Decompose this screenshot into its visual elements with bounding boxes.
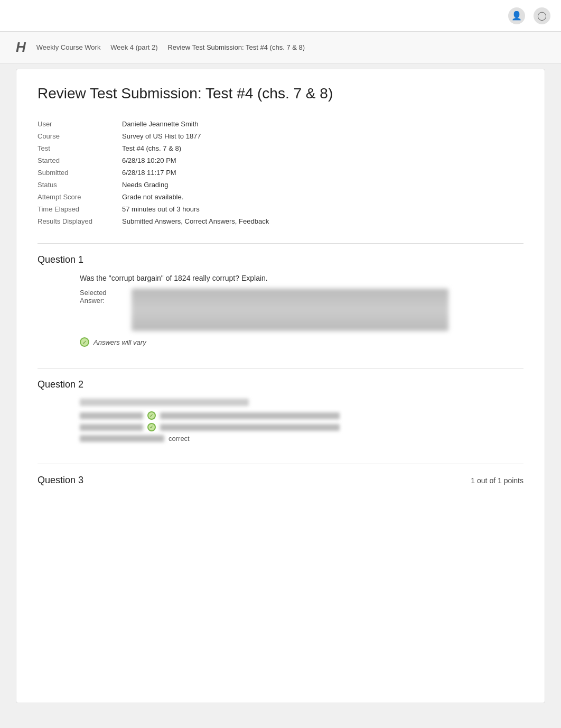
q2-blurred-label-1 [80,412,143,419]
q2-blurred-value-1 [160,412,340,419]
info-row-started: Started 6/28/18 10:20 PM [38,154,523,167]
info-row-course: Course Survey of US Hist to 1877 [38,130,523,142]
test-value: Test #4 (chs. 7 & 8) [122,144,181,152]
question-2-body: ✓ ✓ correct [38,399,523,443]
question-1-correct-row: ✓ Answers will vary [80,337,523,347]
submitted-label: Submitted [38,169,122,177]
test-label: Test [38,144,122,152]
question-1-body: Was the "corrupt bargain" of 1824 really… [38,274,523,347]
info-row-status: Status Needs Grading [38,179,523,191]
user-value: Danielle Jeannette Smith [122,120,199,128]
status-value: Needs Grading [122,181,168,189]
results-label: Results Displayed [38,217,122,225]
attempt-value: Grade not available. [122,193,183,201]
q2-icon-1: ✓ [147,411,156,420]
question-1-title: Question 1 [38,254,83,265]
started-value: 6/28/18 10:20 PM [122,156,176,164]
breadcrumb: H Weekly Course Work Week 4 (part 2) Rev… [0,32,561,63]
question-2-section: Question 2 ✓ ✓ correct [38,379,523,443]
status-label: Status [38,181,122,189]
question-1-text: Was the "corrupt bargain" of 1824 really… [80,274,523,282]
results-value: Submitted Answers, Correct Answers, Feed… [122,217,269,225]
person-icon[interactable]: 👤 [508,7,525,24]
submission-info-table: User Danielle Jeannette Smith Course Sur… [38,118,523,227]
q2-correct-badge: correct [169,435,190,443]
started-label: Started [38,156,122,164]
main-content: Review Test Submission: Test #4 (chs. 7 … [16,69,545,703]
question-1-section: Question 1 Was the "corrupt bargain" of … [38,254,523,347]
attempt-label: Attempt Score [38,193,122,201]
page-title: Review Test Submission: Test #4 (chs. 7 … [38,85,523,102]
q2-blurred-label-2 [80,424,143,431]
q2-blurred-value-2 [160,424,340,431]
question-3-section: Question 3 1 out of 1 points [38,475,523,486]
submitted-value: 6/28/18 11:17 PM [122,169,176,177]
bell-icon[interactable]: ◯ [534,7,550,24]
home-icon[interactable]: H [16,39,26,56]
elapsed-label: Time Elapsed [38,205,122,213]
breadcrumb-sep-2 [160,43,166,51]
user-label: User [38,120,122,128]
course-value: Survey of US Hist to 1877 [122,132,201,140]
info-row-attempt: Attempt Score Grade not available. [38,191,523,203]
question-3-title: Question 3 [38,475,83,486]
course-label: Course [38,132,122,140]
answer-blurred-text [132,289,448,331]
info-row-results: Results Displayed Submitted Answers, Cor… [38,215,523,227]
q2-correct-row: correct [80,435,523,443]
question-2-title: Question 2 [38,379,83,390]
question-1-header: Question 1 [38,254,523,265]
q2-blurred-row-2: ✓ [80,423,523,431]
correct-answer-icon: ✓ [80,337,89,347]
info-row-test: Test Test #4 (chs. 7 & 8) [38,142,523,154]
top-bar-icons: 👤 ◯ [508,7,550,24]
question-3-header: Question 3 1 out of 1 points [38,475,523,486]
divider-2 [38,368,523,368]
elapsed-value: 57 minutes out of 3 hours [122,205,200,213]
divider-1 [38,243,523,244]
info-row-elapsed: Time Elapsed 57 minutes out of 3 hours [38,203,523,215]
question-1-answer-row: SelectedAnswer: [80,289,523,331]
breadcrumb-sep-1 [102,43,108,51]
breadcrumb-weekly-course-work[interactable]: Weekly Course Work [36,43,101,51]
q2-blurred-label-3 [80,435,164,442]
info-row-submitted: Submitted 6/28/18 11:17 PM [38,167,523,179]
info-row-user: User Danielle Jeannette Smith [38,118,523,130]
answer-varies-text: Answers will vary [94,338,146,346]
q2-blurred-row-1: ✓ [80,411,523,420]
top-bar: 👤 ◯ [0,0,561,32]
q2-icon-2: ✓ [147,423,156,431]
divider-3 [38,464,523,464]
breadcrumb-week4[interactable]: Week 4 (part 2) [110,43,157,51]
q2-blurred-title [80,399,249,406]
selected-answer-label: SelectedAnswer: [80,289,127,305]
question-3-points: 1 out of 1 points [471,476,523,485]
question-2-header: Question 2 [38,379,523,390]
breadcrumb-current-page: Review Test Submission: Test #4 (chs. 7 … [167,43,305,51]
